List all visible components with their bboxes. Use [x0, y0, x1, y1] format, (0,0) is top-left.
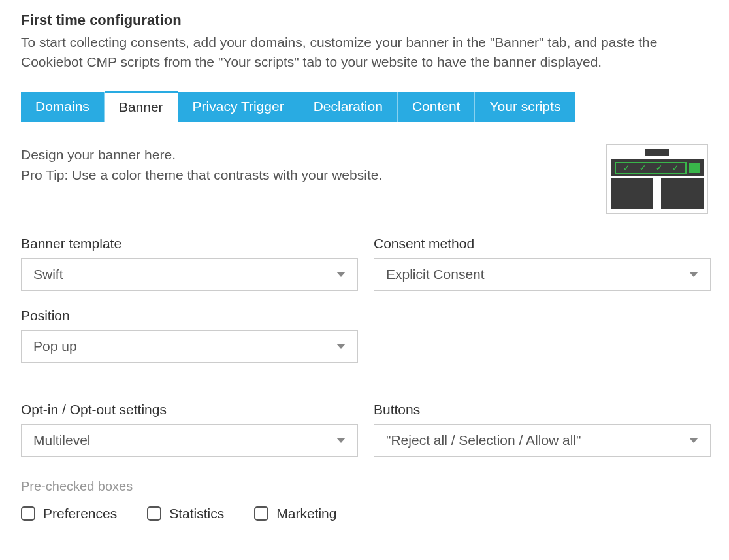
checkbox-icon	[254, 506, 268, 521]
buttons-select[interactable]: "Reject all / Selection / Allow all"	[374, 424, 711, 457]
chevron-down-icon	[689, 438, 698, 443]
banner-template-value: Swift	[33, 267, 63, 282]
position-value: Pop up	[33, 338, 77, 354]
chevron-down-icon	[689, 272, 698, 277]
optin-optout-value: Multilevel	[33, 433, 91, 448]
checkbox-icon	[147, 506, 161, 521]
checkbox-icon	[21, 506, 35, 521]
tab-domains[interactable]: Domains	[21, 92, 105, 122]
check-icon: ✓	[623, 163, 630, 173]
chevron-down-icon	[336, 438, 346, 443]
pre-checked-label: Pre-checked boxes	[21, 479, 708, 494]
consent-method-label: Consent method	[374, 236, 711, 252]
tabs: Domains Banner Privacy Trigger Declarati…	[21, 92, 575, 122]
buttons-value: "Reject all / Selection / Allow all"	[386, 433, 581, 448]
tab-your-scripts[interactable]: Your scripts	[475, 92, 575, 122]
check-icon: ✓	[640, 163, 646, 173]
chevron-down-icon	[336, 344, 346, 349]
tab-privacy-trigger[interactable]: Privacy Trigger	[178, 92, 299, 122]
tab-banner[interactable]: Banner	[105, 91, 178, 122]
tabs-container: Domains Banner Privacy Trigger Declarati…	[21, 92, 708, 122]
page-title: First time configuration	[21, 12, 708, 29]
position-label: Position	[21, 308, 358, 323]
consent-method-select[interactable]: Explicit Consent	[374, 258, 711, 291]
chevron-down-icon	[336, 272, 346, 277]
checkbox-marketing-label: Marketing	[276, 506, 336, 521]
buttons-label: Buttons	[374, 402, 711, 418]
consent-method-value: Explicit Consent	[386, 267, 485, 282]
checkbox-preferences-label: Preferences	[43, 506, 117, 521]
checkbox-statistics-label: Statistics	[169, 506, 224, 521]
checkbox-marketing[interactable]: Marketing	[254, 506, 336, 521]
banner-template-label: Banner template	[21, 236, 358, 252]
panel-line1: Design your banner here.	[21, 144, 382, 165]
checkbox-preferences[interactable]: Preferences	[21, 506, 117, 521]
panel-description: Design your banner here. Pro Tip: Use a …	[21, 144, 382, 186]
tab-declaration[interactable]: Declaration	[299, 92, 398, 122]
checkbox-statistics[interactable]: Statistics	[147, 506, 224, 521]
panel-line2: Pro Tip: Use a color theme that contrast…	[21, 165, 382, 186]
optin-optout-label: Opt-in / Opt-out settings	[21, 402, 358, 418]
position-select[interactable]: Pop up	[21, 330, 358, 363]
banner-template-select[interactable]: Swift	[21, 258, 358, 291]
page-intro: To start collecting consents, add your d…	[21, 33, 700, 73]
banner-preview-thumbnail: ✓ ✓ ✓ ✓	[606, 144, 708, 214]
check-icon: ✓	[672, 163, 679, 173]
tab-content[interactable]: Content	[398, 92, 476, 122]
check-icon: ✓	[656, 163, 662, 173]
optin-optout-select[interactable]: Multilevel	[21, 424, 358, 457]
